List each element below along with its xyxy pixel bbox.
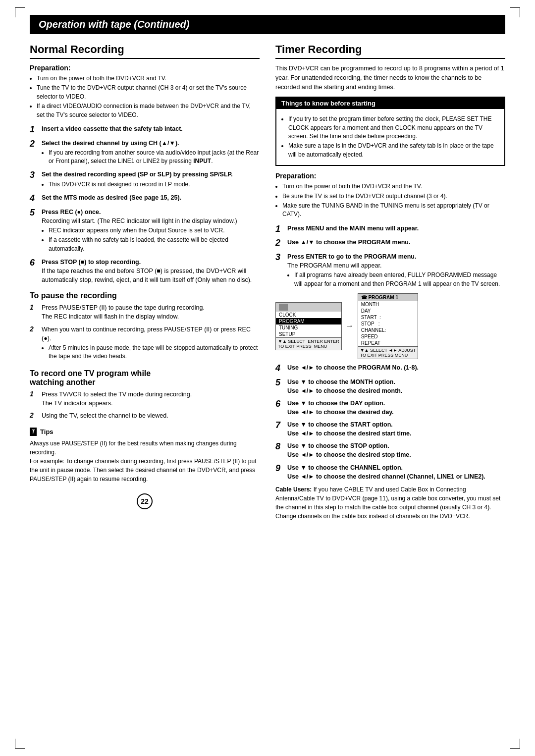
pause-step-2-number: 2 xyxy=(30,325,39,333)
timer-step-4-content: Use ◄/► to choose the PROGRAM No. (1-8). xyxy=(287,363,505,372)
pause-step-2-sub: After 5 minutes in pause mode, the tape … xyxy=(49,344,260,361)
step-6-number: 6 xyxy=(30,258,39,269)
step-4: 4 Set the MTS mode as desired (See page … xyxy=(30,193,260,204)
menu-item-tuning: TUNING xyxy=(276,324,341,331)
main-menu-footer: ▼▲ SELECT ENTER ENTERTO EXIT PRESS MENU xyxy=(276,337,341,350)
page-container: Operation with tape (Continued) Normal R… xyxy=(0,0,535,756)
things-bullet-2: Make sure a tape is in the DVD+VCR and t… xyxy=(288,142,499,159)
timer-step-3-number: 3 xyxy=(275,252,284,263)
pause-step-2: 2 When you want to continue recording, p… xyxy=(30,325,260,362)
timer-step-6: 6 Use ▼ to choose the DAY option. Use ◄/… xyxy=(275,399,505,417)
step-3: 3 Set the desired recording speed (SP or… xyxy=(30,170,260,190)
watch-step-1-content: Press TV/VCR to select the TV mode durin… xyxy=(42,390,260,408)
timer-step-8: 8 Use ▼ to choose the STOP option. Use ◄… xyxy=(275,441,505,459)
timer-step-2: 2 Use ▲/▼ to choose the PROGRAM menu. xyxy=(275,238,505,249)
step-5-number: 5 xyxy=(30,208,39,218)
things-box-title: Things to know before starting xyxy=(276,98,504,109)
prog-repeat: REPEAT xyxy=(358,340,418,346)
corner-mark-bl xyxy=(15,739,25,749)
tips-icon: T xyxy=(30,428,37,436)
timer-step-5: 5 Use ▼ to choose the MONTH option. Use … xyxy=(275,378,505,395)
step-2-sub-1: If you are recording from another source… xyxy=(49,149,260,166)
pause-step-1-number: 1 xyxy=(30,303,39,312)
watch-step-1: 1 Press TV/VCR to select the TV mode dur… xyxy=(30,390,260,408)
step-2: 2 Select the desired channel by using CH… xyxy=(30,139,260,167)
things-bullets: If you try to set the program timer befo… xyxy=(288,115,499,159)
normal-prep-list: Turn on the power of both the DVD+VCR an… xyxy=(37,74,260,119)
timer-step-7-content: Use ▼ to choose the START option. Use ◄/… xyxy=(287,420,505,438)
diagram-arrow: → xyxy=(346,322,354,330)
right-column: Timer Recording This DVD+VCR can be prog… xyxy=(275,43,505,524)
step-6: 6 Press STOP (■) to stop recording. If t… xyxy=(30,258,260,284)
step-5-sub-2: If a cassette with no safety tab is load… xyxy=(49,236,260,253)
timer-step-7-number: 7 xyxy=(275,420,284,431)
step-2-content: Select the desired channel by using CH (… xyxy=(42,139,260,167)
menu-dvd-icon xyxy=(279,304,288,311)
step-2-number: 2 xyxy=(30,139,39,150)
step-3-sub-1: This DVD+VCR is not designed to record i… xyxy=(49,180,260,189)
two-column-layout: Normal Recording Preparation: Turn on th… xyxy=(30,43,505,524)
timer-step-3-sub-1: If all programs have already been entere… xyxy=(294,271,505,288)
step-3-content: Set the desired recording speed (SP or S… xyxy=(42,170,260,190)
cable-label: Cable Users: xyxy=(275,486,312,493)
timer-prep-2: Be sure the TV is set to the DVD+VCR out… xyxy=(282,192,505,201)
prog-channel: CHANNEL: xyxy=(358,327,418,333)
normal-prep-block: Preparation: Turn on the power of both t… xyxy=(30,64,260,119)
pause-step-2-content: When you want to continue recording, pre… xyxy=(42,325,260,362)
watch-step-2-content: Using the TV, select the channel to be v… xyxy=(42,411,260,420)
watch-step-2: 2 Using the TV, select the channel to be… xyxy=(30,411,260,420)
timer-step-1: 1 Press MENU and the MAIN menu will appe… xyxy=(275,224,505,235)
normal-prep-item-3: If a direct VIDEO/AUDIO connection is ma… xyxy=(37,102,260,119)
tips-title: T Tips xyxy=(30,427,260,437)
tips-content: Always use PAUSE/STEP (II) for the best … xyxy=(30,439,260,484)
timer-step-3-sub: If all programs have already been entere… xyxy=(294,271,505,288)
timer-step-6-content: Use ▼ to choose the DAY option. Use ◄/► … xyxy=(287,399,505,417)
step-1-number: 1 xyxy=(30,124,39,135)
pause-step-1-content: Press PAUSE/STEP (II) to pause the tape … xyxy=(42,303,260,321)
corner-mark-br xyxy=(510,739,520,749)
timer-step-2-content: Use ▲/▼ to choose the PROGRAM menu. xyxy=(287,238,505,247)
timer-prep-3: Make sure the TUNING BAND in the TUNING … xyxy=(282,202,505,219)
timer-step-8-number: 8 xyxy=(275,441,284,452)
timer-step-3: 3 Press ENTER to go to the PROGRAM menu.… xyxy=(275,252,505,289)
step-5: 5 Press REC (●) once. Recording will sta… xyxy=(30,208,260,254)
timer-step-4-number: 4 xyxy=(275,363,284,374)
normal-recording-title: Normal Recording xyxy=(30,43,260,59)
timer-step-8-content: Use ▼ to choose the STOP option. Use ◄/►… xyxy=(287,441,505,459)
step-2-sub: If you are recording from another source… xyxy=(49,149,260,166)
timer-step-9-content: Use ▼ to choose the CHANNEL option. Use … xyxy=(287,463,505,481)
normal-prep-item-2: Tune the TV to the DVD+VCR output channe… xyxy=(37,84,260,101)
prog-day: DAY xyxy=(358,308,418,314)
step-5-sub-1: REC indicator appears only when the Outp… xyxy=(49,226,260,235)
timer-step-9: 9 Use ▼ to choose the CHANNEL option. Us… xyxy=(275,463,505,481)
prog-start: START : xyxy=(358,314,418,321)
watch-step-2-number: 2 xyxy=(30,411,39,420)
step-5-sub: REC indicator appears only when the Outp… xyxy=(49,226,260,253)
watch-step-1-number: 1 xyxy=(30,390,39,398)
step-6-content: Press STOP (■) to stop recording. If the… xyxy=(42,258,260,284)
normal-prep-label: Preparation: xyxy=(30,64,260,72)
header-text: Operation with tape (Continued) xyxy=(39,19,189,30)
timer-intro: This DVD+VCR can be programmed to record… xyxy=(275,64,505,92)
timer-prep-block: Preparation: Turn on the power of both t… xyxy=(275,172,505,219)
step-3-number: 3 xyxy=(30,170,39,181)
prog-stop: STOP : xyxy=(358,321,418,327)
page-number: 22 xyxy=(30,493,260,509)
timer-prep-1: Turn on the power of both the DVD+VCR an… xyxy=(282,182,505,191)
step-3-sub: This DVD+VCR is not designed to record i… xyxy=(49,180,260,189)
page-number-circle: 22 xyxy=(137,493,153,509)
step-1-content: Insert a video cassette that the safety … xyxy=(42,124,260,133)
timer-step-6-number: 6 xyxy=(275,399,284,410)
main-menu-header xyxy=(276,303,341,312)
step-5-content: Press REC (●) once. Recording will start… xyxy=(42,208,260,254)
program-footer: ▼▲ SELECT ◄► ADJUSTTO EXIT PRESS MENU xyxy=(358,346,418,359)
step-1: 1 Insert a video cassette that the safet… xyxy=(30,124,260,135)
things-bullet-1: If you try to set the program timer befo… xyxy=(288,115,499,141)
tips-label: Tips xyxy=(40,427,54,437)
things-box: Things to know before starting If you tr… xyxy=(275,97,505,166)
timer-step-5-number: 5 xyxy=(275,378,284,388)
header-banner: Operation with tape (Continued) xyxy=(30,15,505,34)
watch-heading: To record one TV program whilewatching a… xyxy=(30,369,260,387)
timer-step-4: 4 Use ◄/► to choose the PROGRAM No. (1-8… xyxy=(275,363,505,374)
timer-step-5-content: Use ▼ to choose the MONTH option. Use ◄/… xyxy=(287,378,505,395)
